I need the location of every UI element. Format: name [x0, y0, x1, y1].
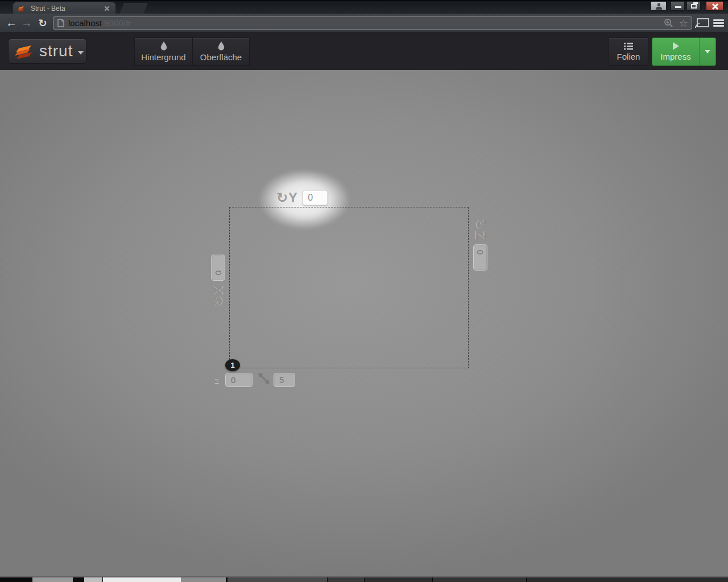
editor-canvas[interactable]: ↻Y 0 ↻X 0 ↻Z 0 1 z 0 5	[0, 70, 728, 577]
slide-outline[interactable]	[229, 207, 469, 368]
maximize-icon	[691, 4, 697, 9]
background-label: Hintergrund	[141, 52, 185, 62]
chevron-down-icon	[78, 51, 84, 55]
taskbar-item	[328, 577, 364, 582]
menu-icon[interactable]	[713, 19, 724, 27]
taskbar-item	[228, 577, 327, 582]
logo-text: strut	[39, 42, 73, 60]
browser-toolbar: ← → ↻ localhost:9000/# ☆	[0, 14, 728, 32]
reload-button[interactable]: ↻	[35, 14, 50, 32]
slides-label: Folien	[617, 52, 640, 61]
rotate-x-input[interactable]: 0	[211, 255, 225, 281]
z-position-input[interactable]: 0	[225, 373, 253, 387]
maximize-button[interactable]	[686, 1, 701, 11]
address-bar[interactable]: localhost:9000/# ☆	[53, 16, 692, 30]
surface-label: Oberfläche	[200, 52, 242, 62]
strut-menu-button[interactable]: strut	[8, 39, 86, 64]
list-icon	[624, 43, 633, 50]
rotate-y-icon: ↻Y	[276, 190, 298, 206]
scale-input[interactable]: 5	[274, 373, 295, 387]
slide-number-badge: 1	[225, 359, 240, 371]
droplet-icon	[160, 41, 167, 51]
taskbar-item	[32, 577, 73, 582]
forward-button[interactable]: →	[19, 14, 34, 32]
strut-toolbar: strut Hintergrund Oberfläche Folien Impr…	[0, 32, 728, 70]
rotate-x-control: ↻X 0	[210, 252, 226, 307]
window-titlebar: Strut - Beta	[0, 0, 728, 14]
background-button[interactable]: Hintergrund	[134, 38, 193, 66]
strut-logo-icon	[14, 43, 38, 60]
play-icon	[673, 42, 679, 50]
scale-resize-icon[interactable]	[255, 370, 272, 387]
url-path: :9000/#	[102, 18, 130, 28]
taskbar-item	[527, 577, 728, 582]
rotate-x-icon: ↻X	[210, 285, 226, 307]
url-host: localhost	[68, 18, 102, 28]
bookmark-star-icon[interactable]: ☆	[679, 18, 688, 28]
cast-icon[interactable]	[695, 18, 709, 28]
strut-favicon-icon	[18, 5, 27, 12]
back-button[interactable]: ←	[3, 14, 19, 32]
taskbar-item	[103, 577, 181, 582]
impress-label: Impress	[660, 52, 690, 61]
z-position-label: z	[214, 375, 220, 386]
browser-tab[interactable]: Strut - Beta	[13, 2, 116, 14]
rotate-z-control: ↻Z 0	[473, 219, 489, 273]
impress-button[interactable]: Impress	[652, 38, 699, 65]
minimize-icon	[675, 6, 681, 8]
surface-button[interactable]: Oberfläche	[193, 38, 250, 66]
slides-button[interactable]: Folien	[609, 38, 648, 66]
tab-close-icon[interactable]	[103, 5, 111, 13]
taskbar-item	[365, 577, 432, 582]
taskbar-item	[433, 577, 526, 582]
rotate-y-input[interactable]: 0	[303, 190, 328, 205]
close-button[interactable]	[706, 1, 723, 11]
url-text: localhost:9000/#	[68, 18, 130, 28]
rotate-z-icon: ↻Z	[473, 219, 489, 240]
person-icon	[655, 3, 663, 10]
page-icon	[57, 19, 64, 27]
impress-split-button: Impress	[652, 38, 716, 66]
rotate-z-input[interactable]: 0	[474, 244, 488, 271]
taskbar-item	[84, 577, 102, 582]
chevron-down-icon	[705, 50, 710, 53]
zoom-icon[interactable]	[664, 18, 673, 28]
minimize-button[interactable]	[671, 1, 685, 11]
droplet-icon	[218, 41, 225, 51]
impress-dropdown-button[interactable]	[699, 38, 715, 65]
profile-button[interactable]	[651, 1, 667, 11]
taskbar-strip	[0, 577, 728, 582]
rotate-y-control: ↻Y 0	[276, 190, 328, 206]
new-tab-button[interactable]	[119, 3, 148, 14]
tab-title: Strut - Beta	[31, 5, 103, 13]
taskbar-item	[181, 577, 226, 582]
